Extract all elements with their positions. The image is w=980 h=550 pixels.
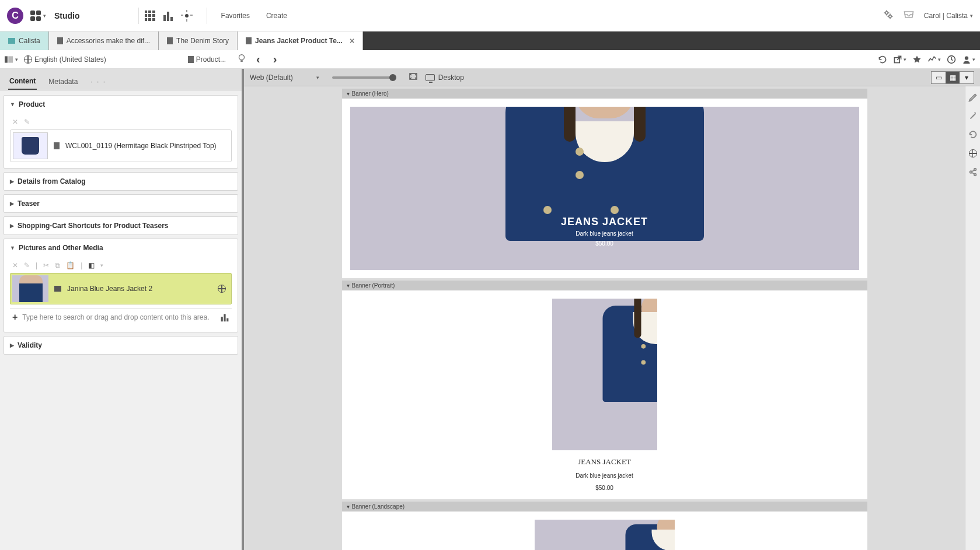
svg-point-7 [965,56,968,59]
drop-placeholder: Type here to search or drag and drop con… [22,313,209,321]
delete-icon[interactable]: ✕ [12,261,18,269]
block-header-hero[interactable]: ▾ Banner (Hero) [342,89,867,99]
bookmark-button[interactable] [912,55,922,64]
tab-label: Jeans Jacket Product Te... [255,37,343,45]
media-item-row[interactable]: Janina Blue Jeans Jacket 2 [10,273,232,304]
favorites-link[interactable]: Favorites [221,12,250,20]
mode-menu[interactable]: ▾ [960,72,974,83]
settings-icon[interactable] [883,9,894,22]
nav-next[interactable]: › [270,52,281,66]
product-breadcrumb[interactable]: Product... [188,55,226,64]
library-icon[interactable] [220,312,229,323]
mode-a[interactable]: ▭ [932,72,946,83]
device-text: Desktop [438,73,464,82]
product-mini-toolbar: ✕ ✎ [10,117,232,129]
share-icon[interactable] [968,167,978,177]
document-icon [188,56,194,63]
app-logo[interactable]: C [7,8,23,24]
lightbulb-icon[interactable] [236,53,247,65]
media-mini-toolbar: ✕ ✎ | ✂ ⧉ 📋 | ◧ ▾ [10,260,232,273]
pencil-icon[interactable] [968,92,978,103]
schedule-button[interactable] [947,55,956,64]
expand-icon: ▶ [10,178,14,184]
grid-view-button[interactable] [145,10,155,21]
target-button[interactable] [181,10,193,22]
slider-knob[interactable] [389,74,396,81]
expand-icon: ▶ [10,342,14,348]
globe-icon[interactable] [218,285,226,293]
expand-icon: ▶ [10,223,14,229]
create-link[interactable]: Create [266,12,287,20]
section-header[interactable]: ▶ Shopping-Cart Shortcuts for Product Te… [4,217,238,234]
section-cart-shortcuts: ▶ Shopping-Cart Shortcuts for Product Te… [4,216,238,235]
section-header[interactable]: ▼ Product [4,96,238,113]
block-header-portrait[interactable]: ▾ Banner (Portrait) [342,281,867,290]
image-icon [54,286,61,292]
library-icon[interactable]: ◧ [88,261,95,269]
edit-icon[interactable]: ✎ [24,118,30,126]
form-tabs: Content Metadata · · · [0,69,242,90]
product-reference-row[interactable]: WCL001_0119 (Hermitage Black Pinstriped … [10,129,232,162]
expand-icon: ▶ [10,201,14,206]
section-title: Product [19,100,45,108]
channel-selector[interactable]: Web (Default) ▾ [250,73,319,82]
portrait-price: $50.00 [350,485,859,491]
breadcrumb-label: Product... [196,55,226,64]
inbox-icon[interactable] [903,9,915,22]
cut-icon[interactable]: ✂ [43,261,49,269]
tab-calista[interactable]: Calista [0,31,49,50]
mode-b[interactable]: ▦ [946,72,960,83]
wand-icon[interactable] [968,111,978,121]
tab-accessories[interactable]: Accessories make the dif... [49,31,159,50]
reload-button[interactable] [878,55,887,64]
tab-label: The Denim Story [176,37,229,45]
section-title: Pictures and Other Media [19,244,103,252]
section-header[interactable]: ▶ Validity [4,337,238,354]
caret-down-icon: ▾ [43,13,46,19]
divider [207,8,207,24]
fit-icon[interactable] [409,73,417,82]
tab-jeans-jacket[interactable]: Jeans Jacket Product Te... × [238,31,363,50]
tab-denim-story[interactable]: The Denim Story [159,31,238,50]
locale-selector[interactable]: English (United States) [24,55,106,64]
tab-content[interactable]: Content [8,73,37,90]
collapse-icon: ▼ [10,245,15,251]
section-header[interactable]: ▼ Pictures and Other Media [4,239,238,257]
chart-button[interactable]: ▾ [927,55,941,64]
zoom-slider[interactable] [332,76,396,79]
copy-icon[interactable]: ⧉ [55,261,60,269]
portrait-image [552,299,657,450]
device-label[interactable]: Desktop [426,73,464,82]
preview-scroll[interactable]: ▾ Banner (Hero) [244,86,965,550]
collapse-icon: ▼ [10,101,15,107]
nav-prev[interactable]: ‹ [253,52,264,66]
media-drop-area[interactable]: + Type here to search or drag and drop c… [10,308,232,326]
layout-toggle[interactable]: ▾ [5,55,18,64]
delete-icon[interactable]: ✕ [12,118,18,126]
block-header-landscape[interactable]: ▾ Banner (Landscape) [342,502,867,512]
edit-icon[interactable]: ✎ [24,261,30,269]
block-title: Banner (Landscape) [352,503,405,510]
user-menu[interactable]: Carol | Calista ▾ [924,12,973,20]
analytics-button[interactable] [163,10,173,21]
section-header[interactable]: ▶ Details from Catalog [4,173,238,190]
refresh-icon[interactable] [968,129,978,140]
landscape-block [342,512,867,550]
section-teaser: ▶ Teaser [4,194,238,213]
tab-strip: Calista Accessories make the dif... The … [0,31,980,50]
close-tab-icon[interactable]: × [350,36,354,45]
svg-rect-2 [5,56,8,62]
section-header[interactable]: ▶ Teaser [4,195,238,212]
user-action-button[interactable]: ▾ [962,55,975,64]
add-icon[interactable]: + [12,312,18,323]
block-title: Banner (Portrait) [352,282,395,289]
portrait-title: JEANS JACKET [350,457,859,467]
paste-icon[interactable]: 📋 [66,261,75,269]
globe-icon[interactable] [968,148,978,159]
collapse-icon: ▾ [347,503,350,510]
tab-more[interactable]: · · · [89,74,107,89]
document-icon [246,37,252,44]
tab-metadata[interactable]: Metadata [47,74,79,89]
apps-menu[interactable]: ▾ [30,10,46,21]
open-external-button[interactable]: ▾ [893,55,906,64]
